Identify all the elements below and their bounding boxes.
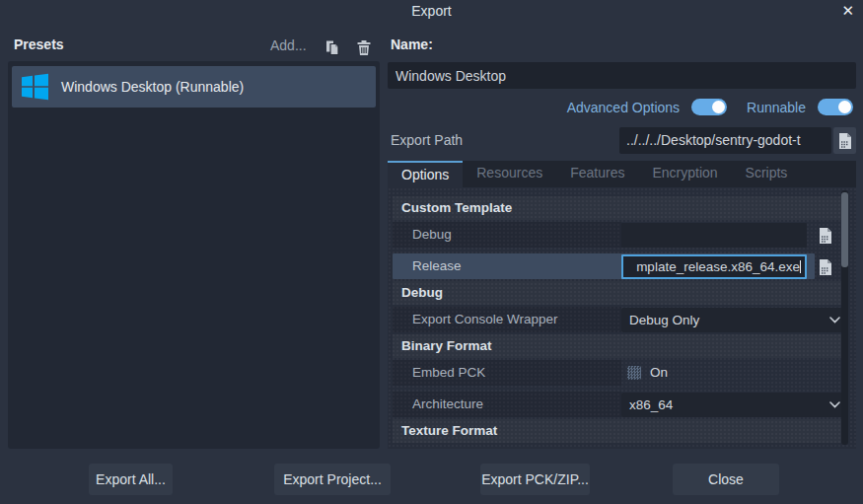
- debug-template-label: Debug: [412, 222, 452, 248]
- embed-pck-label: Embed PCK: [412, 360, 485, 386]
- console-wrapper-label: Export Console Wrapper: [412, 307, 558, 332]
- release-template-value: mplate_release.x86_64.exe: [636, 259, 800, 274]
- row-embed-pck: Embed PCK On: [393, 360, 841, 386]
- runnable-label[interactable]: Runnable: [747, 100, 806, 115]
- tab-bar: Options Resources Features Encryption Sc…: [388, 161, 856, 187]
- export-project-button[interactable]: Export Project...: [274, 464, 391, 495]
- name-input[interactable]: [388, 62, 856, 89]
- file-browse-icon: [837, 132, 852, 149]
- tab-scripts[interactable]: Scripts: [732, 161, 802, 187]
- console-wrapper-dropdown[interactable]: Debug Only: [621, 308, 848, 332]
- dialog-title: Export: [0, 3, 863, 19]
- file-browse-icon: [818, 227, 832, 244]
- presets-list: Windows Desktop (Runnable): [8, 61, 380, 449]
- console-wrapper-value: Debug Only: [629, 308, 699, 332]
- embed-pck-value: On: [650, 360, 668, 386]
- row-export-console-wrapper: Export Console Wrapper Debug Only: [393, 307, 841, 332]
- advanced-options-label[interactable]: Advanced Options: [567, 100, 680, 115]
- debug-template-browse-button[interactable]: [813, 223, 837, 248]
- duplicate-preset-icon[interactable]: [324, 39, 341, 56]
- preset-item-windows-desktop[interactable]: Windows Desktop (Runnable): [12, 66, 376, 108]
- chevron-down-icon: [829, 401, 840, 408]
- scrollbar-track[interactable]: [841, 190, 848, 445]
- close-icon[interactable]: ✕: [841, 2, 854, 20]
- release-template-input[interactable]: mplate_release.x86_64.exe: [621, 254, 807, 279]
- debug-template-input[interactable]: [621, 223, 807, 248]
- export-path-browse-button[interactable]: [833, 127, 856, 154]
- section-custom-template: Custom Template: [393, 196, 841, 220]
- presets-header: Presets: [14, 36, 64, 52]
- release-template-label: Release: [412, 253, 462, 279]
- scrollbar-thumb[interactable]: [841, 192, 848, 267]
- row-custom-template-release: Release mplate_release.x86_64.exe: [393, 253, 841, 279]
- preset-item-label: Windows Desktop (Runnable): [61, 79, 244, 95]
- tab-options[interactable]: Options: [388, 161, 463, 187]
- windows-logo-icon: [19, 71, 50, 103]
- row-architecture: Architecture x86_64: [393, 392, 841, 417]
- export-path-input[interactable]: ../../../Desktop/sentry-godot-t: [619, 127, 831, 154]
- chevron-down-icon: [829, 317, 840, 324]
- advanced-options-toggle[interactable]: [691, 99, 727, 115]
- add-preset-button[interactable]: Add...: [270, 37, 307, 53]
- close-button[interactable]: Close: [673, 464, 779, 495]
- section-debug: Debug: [393, 281, 841, 305]
- export-all-button[interactable]: Export All...: [89, 464, 173, 495]
- embed-pck-checkbox[interactable]: [627, 366, 641, 380]
- section-texture-format: Texture Format: [393, 419, 841, 443]
- toggle-knob: [838, 101, 851, 113]
- toggles-row: Advanced Options Runnable: [567, 99, 853, 115]
- file-browse-icon: [818, 258, 832, 275]
- text-caret: [800, 260, 801, 273]
- toggle-knob: [712, 101, 725, 113]
- architecture-label: Architecture: [412, 392, 483, 417]
- options-panel: Custom Template Debug Release mplate_rel…: [388, 187, 856, 449]
- export-pck-zip-button[interactable]: Export PCK/ZIP...: [480, 464, 590, 495]
- name-label: Name:: [391, 36, 433, 52]
- row-custom-template-debug: Debug: [393, 222, 841, 248]
- architecture-value: x86_64: [629, 393, 673, 417]
- architecture-dropdown[interactable]: x86_64: [621, 393, 848, 417]
- runnable-toggle[interactable]: [818, 99, 853, 115]
- export-dialog: { "dialog": { "title": "Export", "close_…: [0, 0, 863, 504]
- section-binary-format: Binary Format: [393, 334, 841, 358]
- delete-preset-icon[interactable]: [356, 39, 372, 56]
- tab-features[interactable]: Features: [556, 161, 638, 187]
- tab-resources[interactable]: Resources: [463, 161, 556, 187]
- tab-encryption[interactable]: Encryption: [638, 161, 731, 187]
- release-template-browse-button[interactable]: [813, 254, 837, 279]
- export-path-label: Export Path: [391, 132, 463, 148]
